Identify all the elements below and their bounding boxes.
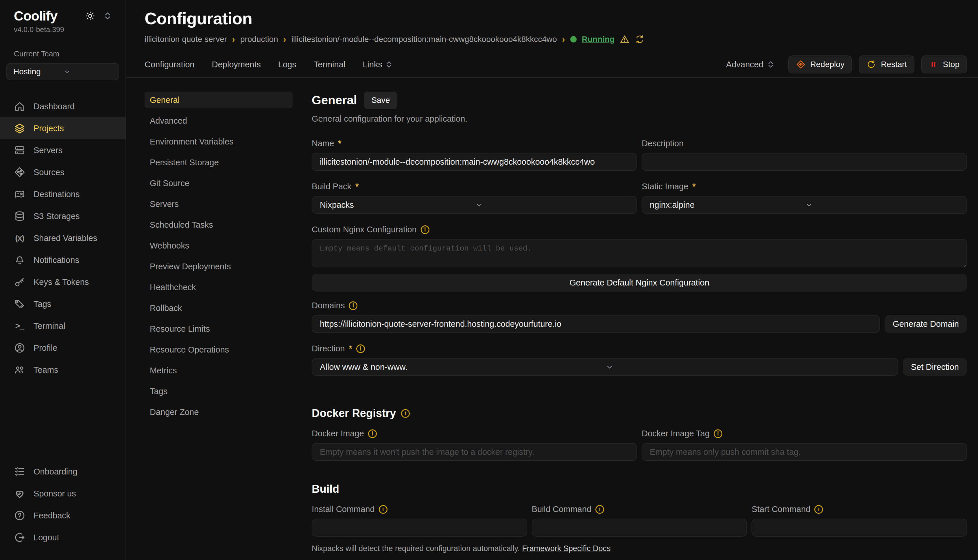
sidebar-item-projects[interactable]: Projects — [0, 117, 125, 139]
main-content: Configuration illicitonion quote server … — [126, 0, 978, 560]
subnav-item-general[interactable]: General — [145, 92, 293, 108]
sidebar-item-onboarding[interactable]: Onboarding — [0, 461, 125, 483]
subnav-item-healthcheck[interactable]: Healthcheck — [145, 279, 293, 296]
subnav-item-environment-variables[interactable]: Environment Variables — [145, 133, 293, 150]
page-header: Configuration illicitonion quote server … — [126, 0, 978, 44]
direction-select[interactable]: Allow www & non-www. — [312, 358, 898, 376]
variables-icon: (x) — [14, 233, 25, 243]
subnav-item-scheduled-tasks[interactable]: Scheduled Tasks — [145, 217, 293, 233]
info-icon[interactable] — [401, 409, 410, 418]
warning-icon[interactable] — [620, 34, 630, 44]
sidebar-item-keys-tokens[interactable]: Keys & Tokens — [0, 271, 125, 293]
sidebar-item-notifications[interactable]: Notifications — [0, 249, 125, 271]
tab-configuration[interactable]: Configuration — [145, 60, 195, 69]
team-select[interactable]: Hosting — [7, 63, 119, 80]
sidebar-item-sponsor[interactable]: Sponsor us — [0, 483, 125, 505]
breadcrumb-project[interactable]: illicitonion quote server — [145, 35, 227, 44]
general-form: General Save General configuration for y… — [312, 92, 967, 560]
subnav-item-tags[interactable]: Tags — [145, 383, 293, 400]
sidebar-item-label: Profile — [33, 343, 57, 353]
subnav-item-preview-deployments[interactable]: Preview Deployments — [145, 258, 293, 275]
users-icon — [14, 364, 25, 376]
refresh-icon[interactable] — [635, 34, 645, 44]
subnav-item-rollback[interactable]: Rollback — [145, 300, 293, 317]
breadcrumb-environment[interactable]: production — [240, 35, 278, 44]
tab-logs[interactable]: Logs — [278, 60, 296, 69]
advanced-dropdown[interactable]: Advanced — [726, 60, 774, 69]
sidebar-item-feedback[interactable]: Feedback — [0, 505, 125, 527]
static-image-select[interactable]: nginx:alpine — [642, 196, 967, 214]
save-button[interactable]: Save — [364, 92, 397, 109]
name-input[interactable] — [312, 153, 637, 171]
info-icon[interactable] — [356, 345, 365, 353]
sidebar-item-label: Servers — [33, 146, 62, 155]
info-icon[interactable] — [421, 225, 430, 234]
sidebar-item-destinations[interactable]: Destinations — [0, 183, 125, 205]
sidebar-item-label: Projects — [33, 124, 64, 133]
sidebar-item-teams[interactable]: Teams — [0, 359, 125, 381]
sidebar-item-label: Logout — [33, 533, 59, 542]
subnav-item-resource-limits[interactable]: Resource Limits — [145, 320, 293, 337]
sidebar-item-label: Onboarding — [33, 467, 77, 477]
subnav-item-danger-zone[interactable]: Danger Zone — [145, 404, 293, 420]
current-team-label: Current Team — [0, 49, 125, 58]
required-asterisk: * — [338, 139, 341, 148]
info-icon[interactable] — [814, 505, 823, 514]
subnav-item-advanced[interactable]: Advanced — [145, 112, 293, 129]
subnav-item-metrics[interactable]: Metrics — [145, 362, 293, 379]
info-icon[interactable] — [714, 429, 722, 438]
start-command-input[interactable] — [752, 519, 967, 537]
install-command-input[interactable] — [312, 519, 527, 537]
sidebar-item-profile[interactable]: Profile — [0, 337, 125, 359]
domains-input[interactable] — [312, 315, 880, 333]
build-pack-value: Nixpacks — [320, 200, 475, 210]
docker-image-input[interactable] — [312, 443, 637, 461]
chevron-down-icon — [605, 362, 890, 372]
sidebar-item-label: Terminal — [33, 321, 65, 331]
stop-button[interactable]: Stop — [921, 55, 967, 73]
sidebar-item-tags[interactable]: Tags — [0, 293, 125, 315]
subnav-item-resource-operations[interactable]: Resource Operations — [145, 341, 293, 358]
sidebar-item-dashboard[interactable]: Dashboard — [0, 95, 125, 117]
build-command-label: Build Command — [532, 505, 591, 514]
info-icon[interactable] — [349, 302, 358, 310]
tag-icon — [14, 298, 25, 310]
subnav-item-webhooks[interactable]: Webhooks — [145, 237, 293, 254]
info-icon[interactable] — [379, 505, 388, 514]
build-pack-label: Build Pack — [312, 182, 351, 191]
set-direction-button[interactable]: Set Direction — [903, 358, 967, 376]
status-badge[interactable]: Running — [582, 35, 615, 44]
description-input[interactable] — [642, 153, 967, 171]
chevron-right-icon: › — [232, 35, 235, 43]
sidebar-item-label: Notifications — [33, 255, 79, 265]
info-icon[interactable] — [368, 429, 377, 438]
sidebar-item-servers[interactable]: Servers — [0, 139, 125, 161]
theme-sun-icon[interactable] — [85, 11, 95, 21]
build-pack-select[interactable]: Nixpacks — [312, 196, 637, 214]
sidebar-item-logout[interactable]: Logout — [0, 527, 125, 548]
chevron-right-icon: › — [283, 35, 286, 43]
subnav-item-servers[interactable]: Servers — [145, 196, 293, 212]
tab-links[interactable]: Links — [363, 60, 393, 69]
generate-nginx-button[interactable]: Generate Default Nginx Configuration — [312, 273, 967, 292]
generate-domain-button[interactable]: Generate Domain — [884, 315, 967, 333]
restart-button[interactable]: Restart — [859, 55, 914, 73]
subnav-item-git-source[interactable]: Git Source — [145, 175, 293, 192]
info-icon[interactable] — [595, 505, 604, 514]
tab-terminal[interactable]: Terminal — [314, 60, 346, 69]
breadcrumb: illicitonion quote server › production ›… — [145, 34, 967, 44]
bell-icon — [14, 254, 25, 266]
redeploy-button[interactable]: Redeploy — [788, 55, 852, 73]
subnav-item-persistent-storage[interactable]: Persistent Storage — [145, 154, 293, 171]
sidebar-collapse-icon[interactable] — [104, 11, 112, 20]
sidebar-item-sources[interactable]: Sources — [0, 161, 125, 183]
sidebar-item-terminal[interactable]: >_ Terminal — [0, 315, 125, 337]
nginx-config-textarea[interactable] — [312, 239, 967, 267]
build-command-input[interactable] — [532, 519, 747, 537]
breadcrumb-application[interactable]: illicitestonion/-module--decomposition:m… — [291, 35, 557, 44]
framework-docs-link[interactable]: Framework Specific Docs — [522, 544, 610, 553]
sidebar-item-s3-storages[interactable]: S3 Storages — [0, 205, 125, 227]
sidebar-item-shared-variables[interactable]: (x) Shared Variables — [0, 227, 125, 249]
tab-deployments[interactable]: Deployments — [212, 60, 261, 69]
docker-image-tag-input[interactable] — [642, 443, 967, 461]
